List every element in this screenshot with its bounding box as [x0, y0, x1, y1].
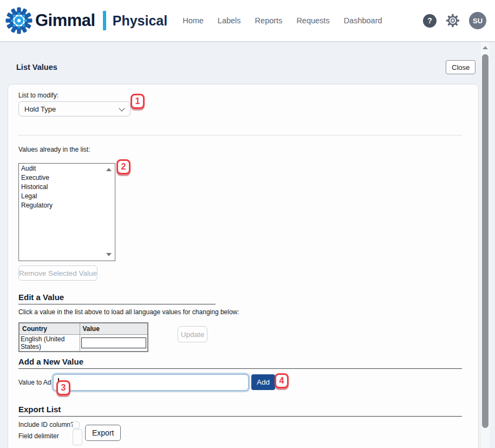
language-values-table: Country Value English (United States)	[18, 322, 148, 352]
list-item[interactable]: Audit	[19, 164, 115, 173]
nav-requests[interactable]: Requests	[296, 16, 329, 25]
add-button[interactable]: Add	[251, 374, 275, 390]
export-list-heading: Export List	[18, 405, 462, 417]
brand: Gimmal Physical	[5, 7, 167, 34]
country-column-header: Country	[19, 323, 80, 335]
value-to-add-label: Value to Add:	[18, 379, 57, 386]
values-list-label: Values already in the list:	[18, 146, 90, 153]
list-item[interactable]: Historical	[19, 182, 115, 191]
header-actions: ? SU	[423, 12, 486, 29]
value-to-add-input-wrap	[53, 374, 249, 391]
annotation-badge-4: 4	[275, 373, 289, 388]
top-header: Gimmal Physical Home Labels Reports Requ…	[0, 0, 495, 42]
value-to-add-input[interactable]	[54, 375, 248, 390]
country-cell: English (United States)	[19, 335, 80, 352]
value-column-header: Value	[80, 323, 148, 335]
scrollbar-thumb[interactable]	[482, 54, 489, 428]
language-value-input[interactable]	[81, 337, 147, 348]
annotation-badge-3: 3	[56, 380, 70, 395]
annotation-badge-2: 2	[116, 159, 131, 174]
section-divider	[18, 135, 462, 135]
help-icon[interactable]: ?	[423, 14, 437, 28]
list-to-modify-select[interactable]: Hold Type	[18, 101, 131, 116]
add-value-heading: Add a New Value	[18, 357, 462, 369]
nav-home[interactable]: Home	[183, 16, 204, 25]
listbox-scroll-down-icon[interactable]	[106, 253, 112, 256]
values-listbox[interactable]: Audit Executive Historical Legal Regulat…	[18, 163, 115, 261]
brand-divider	[103, 11, 106, 30]
table-row: English (United States)	[19, 335, 148, 352]
field-delimiter-label: Field delimiter	[18, 432, 59, 440]
edit-value-heading: Edit a Value	[18, 293, 216, 304]
page-body: List Values Close List to modify: Hold T…	[0, 42, 495, 448]
gimmal-logo-icon	[5, 7, 32, 34]
close-button[interactable]: Close	[446, 60, 476, 74]
list-item[interactable]: Regulatory	[19, 200, 115, 210]
annotation-badge-1: 1	[131, 94, 145, 109]
user-avatar[interactable]: SU	[469, 12, 486, 29]
include-id-label: Include ID column?	[18, 421, 74, 428]
scrollbar-up-arrow-icon[interactable]	[483, 46, 488, 49]
include-id-checkbox[interactable]	[73, 421, 80, 428]
value-cell	[80, 335, 148, 352]
list-item[interactable]: Legal	[19, 191, 115, 200]
listbox-scroll-up-icon[interactable]	[106, 168, 112, 171]
main-nav: Home Labels Reports Requests Dashboard	[183, 16, 382, 25]
field-delimiter-input[interactable]	[73, 429, 82, 445]
nav-dashboard[interactable]: Dashboard	[344, 16, 382, 25]
vertical-scrollbar[interactable]	[481, 42, 490, 448]
update-button[interactable]: Update	[178, 326, 207, 342]
nav-labels[interactable]: Labels	[218, 16, 241, 25]
edit-value-instruction: Click a value in the list above to load …	[18, 308, 239, 316]
list-to-modify-label: List to modify:	[18, 92, 58, 99]
brand-name: Gimmal	[35, 11, 95, 30]
remove-selected-value-button[interactable]: Remove Selected Value	[18, 265, 97, 281]
brand-product: Physical	[113, 13, 167, 29]
page-title: List Values	[16, 63, 57, 72]
settings-gear-icon[interactable]	[446, 14, 460, 28]
export-button[interactable]: Export	[85, 425, 121, 441]
nav-reports[interactable]: Reports	[255, 16, 283, 25]
list-values-panel: List to modify: Hold Type 1 Values alrea…	[8, 84, 479, 448]
list-to-modify-select-wrap: Hold Type	[18, 101, 131, 116]
list-item[interactable]: Executive	[19, 173, 115, 182]
